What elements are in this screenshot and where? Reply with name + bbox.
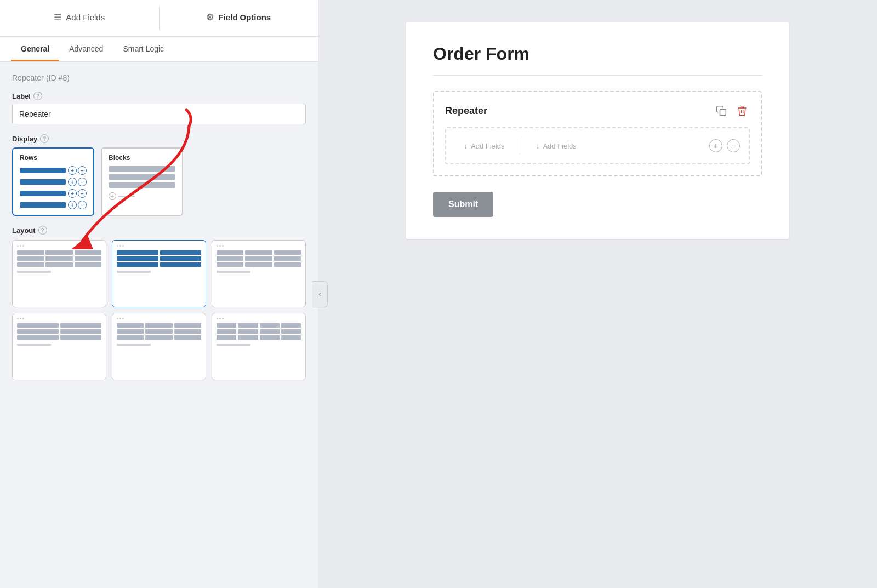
layout-grid [12,240,306,380]
layout-option-3[interactable] [212,240,306,307]
repeater-header: Repeater [445,103,750,118]
add-fields-button-1[interactable]: ↓ Add Fields [455,137,513,155]
download-icon-1: ↓ [464,141,468,150]
form-title: Order Form [433,44,762,64]
add-fields-icon: ☰ [54,12,61,22]
add-fields-button-2[interactable]: ↓ Add Fields [527,137,585,155]
tab-field-options[interactable]: ⚙ Field Options [160,0,318,36]
form-preview: Order Form Repeater [406,22,789,239]
form-divider [433,75,762,76]
row-remove-btn-2[interactable]: − [78,178,87,186]
label-help-icon[interactable]: ? [33,92,42,100]
repeater-actions [714,103,750,118]
repeater-block-title: Repeater [445,105,487,117]
row-add-btn-3[interactable]: + [68,189,77,198]
row-remove-btn-1[interactable]: − [78,166,87,175]
tab-advanced[interactable]: Advanced [59,37,113,61]
label-group: Label ? [12,92,306,124]
label-input[interactable] [12,104,306,124]
repeater-block: Repeater [433,91,762,176]
field-heading: Repeater (ID #8) [12,73,306,83]
row-remove-btn-3[interactable]: − [78,189,87,198]
tab-smart-logic[interactable]: Smart Logic [113,37,174,61]
layout-option-5[interactable] [112,313,206,380]
repeater-add-row-button[interactable]: + [709,139,722,152]
layout-option-4[interactable] [12,313,106,380]
delete-repeater-button[interactable] [734,103,750,118]
field-options-icon: ⚙ [206,12,214,22]
svg-rect-1 [720,110,726,116]
duplicate-repeater-button[interactable] [714,103,729,118]
label-field-label: Label [12,92,31,100]
fields-divider [520,138,520,154]
chevron-left-icon: ‹ [319,290,321,298]
collapse-panel-button[interactable]: ‹ [312,281,328,307]
layout-option-1[interactable] [12,240,106,307]
row-add-btn-2[interactable]: + [68,178,77,186]
layout-label: Layout [12,226,36,235]
row-add-btn-4[interactable]: + [68,201,77,209]
display-group: Display ? Rows + − [12,134,306,216]
tab-add-fields[interactable]: ☰ Add Fields [0,0,159,36]
tab-general[interactable]: General [11,37,59,61]
repeater-remove-row-button[interactable]: − [727,139,740,152]
add-fields-label-2: Add Fields [543,142,576,150]
row-remove-btn-4[interactable]: − [78,201,87,209]
blocks-preview: + [109,166,175,200]
add-fields-label: Add Fields [66,13,105,22]
field-options-label: Field Options [218,13,271,22]
rows-label: Rows [20,154,87,162]
layout-option-2[interactable] [112,240,206,307]
display-field-label: Display [12,135,37,143]
layout-section: Layout ? [12,226,306,380]
repeater-fields-row: ↓ Add Fields ↓ Add Fields + − [445,127,750,164]
submit-button[interactable]: Submit [433,192,493,217]
layout-help-icon[interactable]: ? [38,226,47,235]
row-add-remove: + − [709,139,740,152]
row-add-btn-1[interactable]: + [68,166,77,175]
add-fields-label-1: Add Fields [471,142,504,150]
rows-preview: + − + − [20,166,87,209]
display-option-rows[interactable]: Rows + − [12,147,94,216]
display-options: Rows + − [12,147,306,216]
display-option-blocks[interactable]: Blocks + [101,147,183,216]
download-icon-2: ↓ [536,141,539,150]
layout-option-6[interactable] [212,313,306,380]
display-help-icon[interactable]: ? [40,134,49,143]
sub-tabs: General Advanced Smart Logic [0,37,318,62]
right-panel: Order Form Repeater [318,0,877,588]
blocks-label: Blocks [109,154,175,162]
